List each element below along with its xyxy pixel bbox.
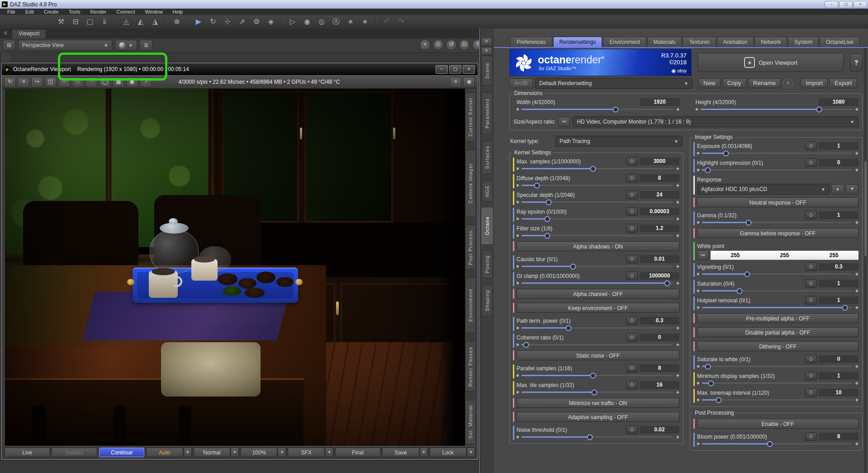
surface-selection-icon[interactable]: ◈ — [265, 16, 277, 27]
octane-side-tab-environment[interactable]: Environment — [465, 277, 476, 333]
translate-tool-icon[interactable]: ⇗ — [236, 16, 248, 27]
slider-min-tick[interactable] — [517, 234, 519, 237]
param-slider[interactable]: + — [697, 220, 859, 225]
slider-knob[interactable] — [534, 182, 540, 188]
animate-toggle-icon[interactable]: ◇ — [805, 296, 817, 305]
undo-icon[interactable]: ↶ — [381, 16, 393, 27]
render-canvas[interactable] — [5, 89, 464, 446]
white-point-strip[interactable]: 255255255 — [711, 251, 859, 260]
restart-render-icon[interactable]: ↻ — [4, 77, 16, 87]
toggle-button[interactable]: Alpha channel - OFF — [517, 289, 679, 299]
param-slider[interactable]: + — [517, 434, 679, 440]
slider-track[interactable] — [522, 327, 673, 329]
slider-track[interactable] — [522, 109, 674, 110]
param-value[interactable]: 24 — [640, 191, 679, 199]
slider-min-tick[interactable] — [517, 282, 519, 284]
slider-track[interactable] — [522, 392, 673, 393]
kernel-type-select[interactable]: Path Tracing ▼ — [555, 136, 683, 147]
animate-toggle-icon[interactable]: ◇ — [626, 272, 638, 280]
slider-plus[interactable]: + — [676, 216, 679, 222]
minimize-button[interactable]: − — [436, 65, 448, 74]
param-value[interactable]: 0.00003 — [640, 208, 679, 215]
slider-track[interactable] — [522, 282, 673, 284]
pane-menu-icon[interactable]: ≡ — [1, 30, 10, 38]
toggle-button[interactable]: Keep environment - OFF — [517, 303, 679, 313]
slider-min-tick[interactable] — [517, 184, 519, 186]
slider-track[interactable] — [701, 109, 853, 110]
render-button-live[interactable]: Live — [5, 448, 50, 457]
animate-toggle-icon[interactable]: ◇ — [626, 191, 638, 199]
slider-plus[interactable]: + — [855, 167, 859, 173]
render-button-reload[interactable]: Reload — [52, 448, 97, 457]
param-value[interactable]: 0.3 — [819, 263, 859, 271]
chevron-down-icon[interactable]: ▼ — [420, 448, 428, 457]
toggle-button[interactable]: Minimize net traffic - ON — [517, 398, 679, 408]
region-render-icon[interactable]: ◯ — [99, 77, 111, 87]
slider-min-tick[interactable] — [517, 265, 519, 268]
render-button-100[interactable]: 100% — [241, 448, 277, 457]
chevron-down-icon[interactable]: ▼ — [325, 448, 333, 457]
slider-min-tick[interactable] — [697, 290, 699, 292]
slider-min-tick[interactable] — [697, 382, 699, 384]
save-render-icon[interactable]: ↪ — [31, 77, 43, 87]
minimize-button[interactable]: − — [825, 1, 838, 8]
ab-compare-button[interactable]: A</B — [509, 78, 533, 88]
menu-item-edit[interactable]: Edit — [21, 9, 38, 14]
param-slider[interactable]: + — [697, 167, 859, 173]
slider-plus[interactable]: + — [855, 271, 859, 277]
maximize-button[interactable]: ▢ — [839, 1, 853, 8]
param-slider[interactable]: + — [697, 380, 859, 386]
dock-side-tab-octane[interactable]: Octane — [482, 208, 493, 244]
copy-button[interactable]: Copy — [722, 78, 746, 88]
render-button-save[interactable]: Save — [382, 448, 419, 457]
slider-plus[interactable]: + — [676, 325, 679, 331]
snapshot-icon[interactable]: ▣ — [126, 77, 138, 87]
tab-preferences[interactable]: Preferences — [510, 37, 552, 47]
slider-knob[interactable] — [723, 150, 729, 156]
orbit-view-icon[interactable]: ↺ — [446, 39, 457, 50]
export-button[interactable]: Export — [830, 78, 857, 88]
tab-viewport[interactable]: Viewport — [12, 29, 46, 38]
pan-mode-icon[interactable]: + — [85, 77, 97, 87]
slider-knob[interactable] — [744, 271, 750, 277]
slider-track[interactable] — [522, 218, 673, 220]
animate-toggle-icon[interactable]: ◇ — [805, 432, 817, 441]
menu-item-tools[interactable]: Tools — [64, 9, 85, 14]
slider-knob[interactable] — [565, 325, 571, 331]
param-slider[interactable]: + — [697, 441, 859, 447]
tab-rendersettings[interactable]: Rendersettings — [553, 37, 602, 47]
slider-min-tick[interactable] — [517, 327, 519, 329]
scrollbar-thumb[interactable] — [864, 161, 867, 256]
slider-track[interactable] — [522, 235, 673, 236]
pan-view-icon[interactable]: + — [420, 39, 431, 50]
param-slider[interactable]: + — [517, 106, 680, 112]
merge-icon[interactable]: ⇓ — [99, 16, 110, 27]
param-value[interactable]: 1.2 — [640, 225, 679, 232]
chevron-down-icon[interactable]: ▼ — [231, 448, 239, 457]
animate-toggle-icon[interactable]: ◇ — [626, 224, 638, 233]
animate-toggle-icon[interactable]: ◇ — [626, 316, 638, 325]
param-value[interactable]: 16 — [640, 381, 679, 389]
slider-plus[interactable]: + — [676, 166, 679, 172]
grid-overlay-icon[interactable]: ▦ — [113, 77, 124, 87]
slider-plus[interactable]: + — [855, 220, 859, 225]
aspect-list-icon[interactable]: ≔ — [558, 117, 570, 127]
toggle-button[interactable]: Static noise - OFF — [517, 350, 679, 360]
param-slider[interactable]: + — [696, 106, 859, 112]
slider-track[interactable] — [702, 169, 852, 171]
slider-track[interactable] — [522, 375, 673, 376]
new-button[interactable]: New — [698, 78, 721, 88]
toggle-button[interactable]: Dithering - OFF — [697, 341, 859, 351]
animate-toggle-icon[interactable]: ◇ — [805, 355, 817, 363]
slider-min-tick[interactable] — [697, 169, 699, 171]
param-value[interactable]: 0 — [640, 334, 679, 341]
auto-fit-icon[interactable]: Ⓐ — [330, 16, 342, 27]
slider-plus[interactable]: + — [676, 233, 679, 239]
slider-knob[interactable] — [664, 280, 670, 286]
toggle-button[interactable]: Gamma before response - OFF — [697, 228, 859, 238]
slider-plus[interactable]: + — [676, 389, 679, 395]
slider-knob[interactable] — [591, 389, 597, 395]
render-button-normal[interactable]: Normal — [194, 448, 230, 457]
toggle-button[interactable]: Alpha shadows - ON — [517, 241, 679, 251]
menu-item-render[interactable]: Render — [85, 9, 111, 14]
